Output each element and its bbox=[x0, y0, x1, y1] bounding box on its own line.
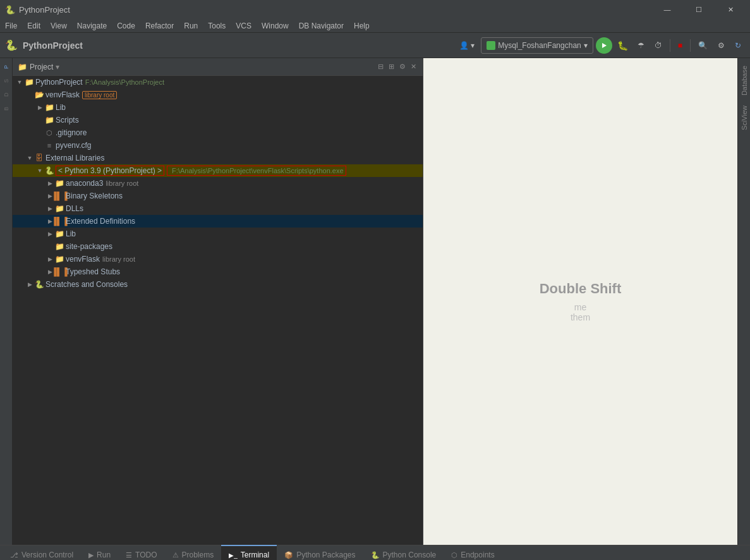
tab-endpoints[interactable]: ⬡ Endpoints bbox=[444, 545, 502, 560]
tab-problems[interactable]: ⚠ Problems bbox=[165, 545, 222, 560]
folder-icon: 📁 bbox=[54, 241, 64, 252]
tree-item-site-packages[interactable]: 📁 site-packages bbox=[13, 240, 423, 253]
tree-item-gitignore[interactable]: ⬡ .gitignore bbox=[13, 126, 423, 139]
toolbar-separator bbox=[670, 39, 670, 52]
menu-refactor[interactable]: Refactor bbox=[140, 19, 179, 33]
tree-item-extended-defs[interactable]: ▶ ▐▌▐ Extended Definitions bbox=[13, 215, 423, 228]
structure-tool-icon[interactable]: S bbox=[0, 75, 13, 87]
folder-icon: 📁 bbox=[24, 77, 34, 87]
settings-button[interactable]: ⚙ bbox=[714, 37, 729, 54]
version-control-icon: ⎇ bbox=[10, 551, 18, 559]
tab-todo[interactable]: ☰ TODO bbox=[118, 545, 164, 560]
tree-label-scratches: Scratches and Consoles bbox=[45, 280, 128, 289]
sidebar-header: 📁 Project ▾ ⊟ ⊞ ⚙ ✕ bbox=[13, 58, 423, 76]
minimize-button[interactable]: — bbox=[653, 0, 682, 19]
user-button[interactable]: 👤 ▾ bbox=[456, 37, 478, 54]
tree-item-venvflask2[interactable]: ▶ 📁 venvFlask library root bbox=[13, 253, 423, 265]
python39-label-box: < Python 3.9 (PythonProject) > bbox=[56, 166, 164, 176]
folder-icon: 📁 bbox=[54, 254, 64, 264]
sciview-tool-button[interactable]: SciView bbox=[739, 100, 749, 135]
search-everywhere-button[interactable]: 🔍 bbox=[694, 37, 711, 54]
tree-item-binary-skeletons[interactable]: ▶ ▐▌▐ Binary Skeletons bbox=[13, 190, 423, 202]
menu-edit[interactable]: Edit bbox=[22, 19, 45, 33]
menubar: File Edit View Navigate Code Refactor Ru… bbox=[0, 19, 750, 33]
run-coverage-button[interactable]: ☂ bbox=[634, 37, 648, 54]
arrow-anaconda3: ▶ bbox=[45, 180, 54, 186]
database-tool-button[interactable]: Database bbox=[739, 61, 749, 100]
run-button[interactable] bbox=[596, 37, 612, 54]
tab-python-packages[interactable]: 📦 Python Packages bbox=[277, 545, 363, 560]
tree-label-python39: < Python 3.9 (PythonProject) > bbox=[58, 166, 162, 175]
tree-item-pyvenv[interactable]: ≡ pyvenv.cfg bbox=[13, 139, 423, 152]
tree-item-scripts[interactable]: 📁 Scripts bbox=[13, 114, 423, 126]
library-root-badge: library root bbox=[82, 91, 117, 99]
sidebar-settings-button[interactable]: ⚙ bbox=[398, 61, 407, 72]
python-packages-icon: 📦 bbox=[284, 551, 293, 559]
menu-tools[interactable]: Tools bbox=[203, 19, 231, 33]
menu-file[interactable]: File bbox=[0, 19, 22, 33]
debug-button[interactable]: 🐛 bbox=[615, 37, 631, 54]
arrow-dlls: ▶ bbox=[45, 205, 54, 212]
menu-view[interactable]: View bbox=[45, 19, 72, 33]
run-tab-icon: ▶ bbox=[88, 551, 94, 559]
project-panel-dropdown-icon[interactable]: ▾ bbox=[56, 63, 59, 71]
project-panel: 📁 Project ▾ ⊟ ⊞ ⚙ ✕ ▼ 📁 PythonProject F:… bbox=[13, 58, 423, 545]
bookmarks-icon[interactable]: B bbox=[0, 102, 13, 115]
collapse-all-button[interactable]: ⊟ bbox=[377, 61, 385, 72]
update-button[interactable]: ↻ bbox=[731, 37, 745, 54]
tree-item-external-libs[interactable]: ▼ 🗄 External Libraries bbox=[13, 152, 423, 164]
tree-item-python39[interactable]: ▼ 🐍 < Python 3.9 (PythonProject) > F:\An… bbox=[13, 164, 423, 177]
user-dropdown-icon: ▾ bbox=[471, 41, 475, 50]
gear-icon: ⚙ bbox=[718, 41, 725, 50]
tree-item-anaconda3[interactable]: ▶ 📁 anaconda3 library root bbox=[13, 177, 423, 190]
hint-line2: them bbox=[571, 312, 590, 322]
hint-subtext: me them bbox=[540, 302, 622, 322]
tree-item-lib2[interactable]: ▶ 📁 Lib bbox=[13, 228, 423, 240]
tree-item-pythonproject[interactable]: ▼ 📁 PythonProject F:\Analysis\PythonProj… bbox=[13, 76, 423, 88]
stop-button[interactable]: ■ bbox=[674, 37, 686, 54]
sidebar-close-button[interactable]: ✕ bbox=[409, 61, 418, 72]
gitignore-icon: ⬡ bbox=[44, 128, 54, 138]
tree-item-venvflask[interactable]: 📂 venvFlask library root bbox=[13, 88, 423, 101]
run-with-profiler-button[interactable]: ⏱ bbox=[651, 37, 666, 54]
menu-navigate[interactable]: Navigate bbox=[72, 19, 112, 33]
tab-run[interactable]: ▶ Run bbox=[81, 545, 118, 560]
tab-version-control-label: Version Control bbox=[21, 551, 73, 559]
toolbar-separator2 bbox=[690, 39, 691, 52]
tree-item-dlls[interactable]: ▶ 📁 DLLs bbox=[13, 202, 423, 215]
tree-item-lib1[interactable]: ▶ 📁 Lib bbox=[13, 101, 423, 114]
db-browser-icon[interactable]: D bbox=[0, 88, 13, 101]
library-root-label-anaconda: library root bbox=[106, 180, 138, 187]
project-tree[interactable]: ▼ 📁 PythonProject F:\Analysis\PythonProj… bbox=[13, 76, 423, 545]
left-tool-icons: P S D B bbox=[0, 58, 13, 545]
menu-run[interactable]: Run bbox=[179, 19, 203, 33]
tree-label-venvflask: venvFlask bbox=[45, 90, 80, 99]
run-configuration-selector[interactable]: Mysql_FoshanFangchan ▾ bbox=[481, 37, 593, 54]
close-button[interactable]: ✕ bbox=[716, 0, 745, 19]
tab-version-control[interactable]: ⎇ Version Control bbox=[3, 545, 81, 560]
titlebar: 🐍 PythonProject — ☐ ✕ bbox=[0, 0, 750, 19]
menu-vcs[interactable]: VCS bbox=[231, 19, 257, 33]
tab-python-console-label: Python Console bbox=[383, 551, 437, 559]
menu-window[interactable]: Window bbox=[257, 19, 294, 33]
tab-terminal[interactable]: ▶_ Terminal bbox=[221, 545, 277, 560]
menu-db-navigator[interactable]: DB Navigator bbox=[294, 19, 349, 33]
expand-all-button[interactable]: ⊞ bbox=[387, 61, 396, 72]
stop-icon: ■ bbox=[678, 41, 682, 50]
menu-help[interactable]: Help bbox=[349, 19, 375, 33]
svg-marker-0 bbox=[602, 43, 607, 48]
tree-item-scratches[interactable]: ▶ 🐍 Scratches and Consoles bbox=[13, 278, 423, 291]
sidebar-header-left: 📁 Project ▾ bbox=[18, 63, 59, 71]
tree-item-typeshed[interactable]: ▶ ▐▌▐ Typeshed Stubs bbox=[13, 265, 423, 278]
maximize-button[interactable]: ☐ bbox=[684, 0, 713, 19]
tab-python-console[interactable]: 🐍 Python Console bbox=[363, 545, 444, 560]
python39-path-box: F:\Analysis\PythonProject\venvFlask\Scri… bbox=[167, 166, 346, 176]
project-tool-icon[interactable]: P bbox=[0, 61, 13, 73]
main-area: P S D B 📁 Project ▾ ⊟ ⊞ ⚙ ✕ ▼ 📁 bbox=[0, 58, 750, 545]
arrow-lib1: ▶ bbox=[35, 104, 44, 111]
tab-python-packages-label: Python Packages bbox=[296, 551, 355, 559]
tab-endpoints-label: Endpoints bbox=[461, 551, 494, 559]
tree-label-lib2: Lib bbox=[66, 229, 76, 238]
python-console-icon: 🐍 bbox=[371, 551, 380, 559]
menu-code[interactable]: Code bbox=[112, 19, 140, 33]
